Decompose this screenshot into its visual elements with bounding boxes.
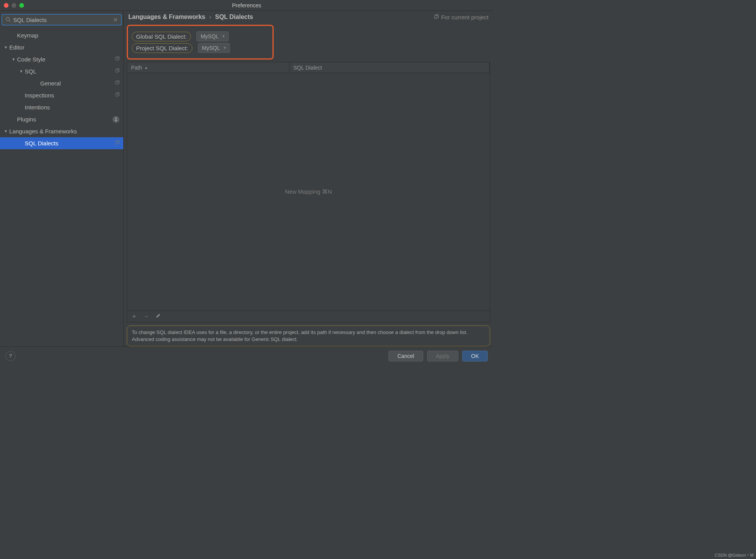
close-window-button[interactable] (4, 3, 9, 8)
copy-icon (115, 68, 119, 74)
global-dialect-label: Global SQL Dialect: (132, 32, 191, 41)
clear-search-icon[interactable]: ✕ (113, 17, 118, 23)
chevron-down-icon: ▼ (12, 57, 15, 61)
svg-rect-5 (116, 93, 118, 96)
search-input[interactable] (13, 17, 113, 23)
settings-tree: Keymap▼Editor▼Code Style▼SQLGeneralInspe… (0, 28, 123, 346)
help-button[interactable]: ? (5, 351, 15, 361)
chevron-down-icon: ▼ (4, 129, 8, 133)
global-dialect-dropdown[interactable]: MySQL ▼ (196, 31, 229, 41)
sidebar-item-inspections[interactable]: Inspections (0, 89, 123, 101)
svg-rect-7 (435, 15, 438, 18)
maximize-window-button[interactable] (19, 3, 24, 8)
help-text: To change SQL dialect IDEA uses for a fi… (127, 326, 490, 346)
column-path[interactable]: Path ▲ (127, 62, 289, 73)
sidebar-item-label: General (40, 80, 115, 87)
search-icon (5, 17, 11, 23)
search-box[interactable]: ✕ (2, 14, 122, 26)
count-badge: 1 (112, 116, 119, 123)
cancel-button[interactable]: Cancel (388, 351, 423, 361)
sidebar-item-label: Intentions (25, 104, 119, 111)
column-dialect[interactable]: SQL Dialect (289, 62, 490, 73)
chevron-down-icon: ▼ (223, 46, 226, 50)
breadcrumb-current: SQL Dialects (215, 14, 253, 20)
window-controls (4, 3, 24, 8)
global-dialect-value: MySQL (201, 33, 219, 39)
sidebar-item-label: SQL Dialects (25, 140, 115, 147)
dialect-settings-highlight: Global SQL Dialect: MySQL ▼ Project SQL … (127, 25, 274, 60)
scope-label: For current project (434, 14, 489, 20)
breadcrumb: Languages & Frameworks › SQL Dialects Fo… (124, 11, 493, 23)
sidebar-item-label: Editor (9, 44, 119, 51)
project-dialect-value: MySQL (202, 45, 220, 51)
sidebar: ✕ Keymap▼Editor▼Code Style▼SQLGeneralIns… (0, 11, 124, 346)
sidebar-item-sql[interactable]: ▼SQL (0, 65, 123, 77)
table-empty-state: New Mapping ⌘N (127, 73, 490, 310)
apply-button[interactable]: Apply (427, 351, 458, 361)
project-dialect-label: Project SQL Dialect: (132, 43, 192, 53)
main-panel: Languages & Frameworks › SQL Dialects Fo… (124, 11, 493, 346)
add-mapping-button[interactable]: ＋ (131, 312, 137, 320)
chevron-down-icon: ▼ (19, 69, 23, 73)
copy-icon (115, 92, 119, 98)
breadcrumb-parent[interactable]: Languages & Frameworks (128, 14, 205, 20)
mapping-table: Path ▲ SQL Dialect New Mapping ⌘N ＋ － (127, 62, 490, 322)
edit-mapping-button[interactable] (156, 313, 161, 320)
breadcrumb-separator: › (209, 14, 211, 20)
chevron-down-icon: ▼ (4, 45, 8, 49)
sidebar-item-label: Keymap (17, 32, 119, 39)
sidebar-item-sql-dialects[interactable]: SQL Dialects (0, 137, 123, 149)
svg-rect-6 (116, 141, 118, 144)
copy-icon (115, 140, 119, 146)
copy-icon (115, 56, 119, 62)
chevron-down-icon: ▼ (222, 34, 225, 38)
global-dialect-row: Global SQL Dialect: MySQL ▼ (132, 31, 269, 41)
svg-line-1 (9, 20, 11, 22)
svg-rect-2 (116, 57, 118, 60)
remove-mapping-button[interactable]: － (143, 312, 150, 320)
table-toolbar: ＋ － (127, 310, 490, 322)
sidebar-item-label: SQL (25, 68, 115, 75)
table-header: Path ▲ SQL Dialect (127, 62, 490, 73)
copy-icon (115, 80, 119, 86)
sidebar-item-languages-frameworks[interactable]: ▼Languages & Frameworks (0, 125, 123, 137)
sidebar-item-code-style[interactable]: ▼Code Style (0, 53, 123, 65)
sidebar-item-keymap[interactable]: Keymap (0, 29, 123, 41)
svg-rect-3 (116, 69, 118, 72)
sidebar-item-plugins[interactable]: Plugins1 (0, 113, 123, 125)
sidebar-item-label: Plugins (17, 116, 112, 123)
sort-asc-icon: ▲ (145, 66, 148, 70)
sidebar-item-general[interactable]: General (0, 77, 123, 89)
copy-icon (434, 14, 439, 20)
ok-button[interactable]: OK (462, 351, 488, 361)
sidebar-item-label: Code Style (17, 56, 115, 63)
svg-rect-4 (116, 81, 118, 84)
sidebar-item-editor[interactable]: ▼Editor (0, 41, 123, 53)
sidebar-item-intentions[interactable]: Intentions (0, 101, 123, 113)
svg-point-0 (6, 17, 10, 20)
titlebar: Preferences (0, 0, 493, 11)
minimize-window-button[interactable] (12, 3, 16, 8)
sidebar-item-label: Inspections (25, 92, 115, 99)
project-dialect-dropdown[interactable]: MySQL ▼ (198, 43, 230, 53)
dialog-footer: ? Cancel Apply OK (0, 346, 493, 365)
project-dialect-row: Project SQL Dialect: MySQL ▼ (132, 43, 269, 53)
window-title: Preferences (232, 2, 261, 9)
sidebar-item-label: Languages & Frameworks (9, 128, 119, 135)
